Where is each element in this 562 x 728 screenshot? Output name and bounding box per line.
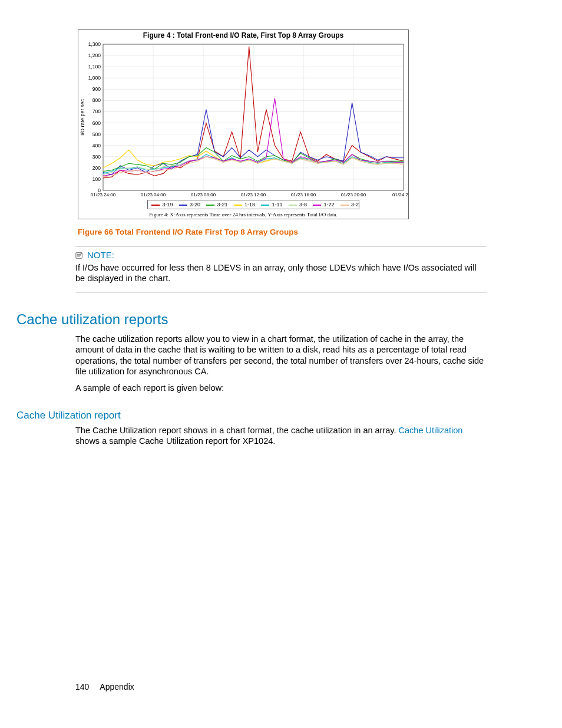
note-body: If I/Os have occurred for less then 8 LD… — [75, 262, 487, 284]
link-cache-utilization[interactable]: Cache Utilization — [399, 426, 463, 435]
svg-text:1,200: 1,200 — [88, 52, 101, 58]
svg-text:300: 300 — [92, 154, 101, 160]
svg-text:01/23 04:00: 01/23 04:00 — [141, 192, 166, 197]
chart-figure: Figure 4 : Total Front-end I/O Rate, Fir… — [78, 29, 409, 219]
svg-text:1,000: 1,000 — [88, 75, 101, 81]
svg-text:400: 400 — [92, 143, 101, 149]
svg-text:600: 600 — [92, 120, 101, 126]
svg-text:900: 900 — [92, 86, 101, 92]
svg-text:100: 100 — [92, 176, 101, 182]
page-number: 140 — [75, 682, 89, 691]
footer-section: Appendix — [100, 682, 134, 691]
paragraph: A sample of each report is given below: — [75, 383, 487, 393]
note-heading: NOTE: — [75, 250, 487, 260]
svg-text:800: 800 — [92, 97, 101, 103]
svg-text:700: 700 — [92, 108, 101, 114]
svg-text:200: 200 — [92, 165, 101, 171]
svg-text:01/23 12:00: 01/23 12:00 — [241, 192, 266, 197]
page-footer: 140 Appendix — [75, 682, 134, 691]
svg-text:01/23 24:00: 01/23 24:00 — [91, 192, 116, 197]
svg-text:500: 500 — [92, 131, 101, 137]
section-heading-cache-utilization-report: Cache Utilization report — [16, 410, 487, 421]
note-icon — [75, 251, 84, 259]
text: shows a sample Cache Utilization report … — [75, 436, 275, 446]
chart-footnote: Figure 4: X-Axis represents Time over 24… — [78, 210, 408, 219]
chart-title: Figure 4 : Total Front-end I/O Rate, Fir… — [78, 30, 408, 41]
svg-text:01/23 16:00: 01/23 16:00 — [291, 192, 316, 197]
section-heading-cache-utilization-reports: Cache utilization reports — [16, 311, 487, 328]
note-label: NOTE: — [87, 250, 114, 260]
svg-text:01/23 08:00: 01/23 08:00 — [191, 192, 216, 197]
text: The Cache Utilization report shows in a … — [75, 426, 399, 435]
svg-text:01/23 20:00: 01/23 20:00 — [341, 192, 366, 197]
note-block: NOTE: If I/Os have occurred for less the… — [75, 246, 487, 292]
svg-text:I/O rate per sec: I/O rate per sec — [80, 98, 85, 136]
svg-text:1,100: 1,100 — [88, 64, 101, 70]
svg-text:01/24 24:0: 01/24 24:0 — [392, 192, 408, 197]
paragraph: The Cache Utilization report shows in a … — [75, 425, 487, 446]
chart-plot-area: 01002003004005006007008009001,0001,1001,… — [78, 41, 408, 210]
svg-text:1,300: 1,300 — [88, 41, 101, 47]
paragraph: The cache utilization reports allow you … — [75, 334, 487, 377]
figure-caption: Figure 66 Total Frontend I/O Rate First … — [78, 228, 487, 236]
